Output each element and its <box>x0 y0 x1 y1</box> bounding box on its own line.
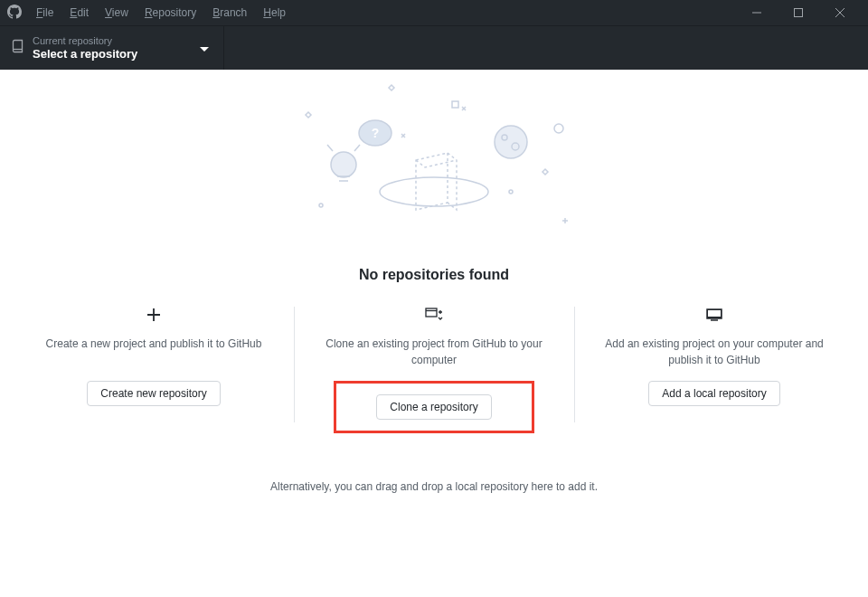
minimize-button[interactable] <box>736 0 778 25</box>
option-create-desc: Create a new project and publish it to G… <box>39 336 269 368</box>
svg-point-14 <box>319 204 323 207</box>
create-repo-button[interactable]: Create new repository <box>87 381 220 406</box>
menu-branch[interactable]: Branch <box>212 6 247 19</box>
window-controls <box>736 0 861 25</box>
svg-rect-16 <box>452 101 458 108</box>
empty-heading: No repositories found <box>0 267 868 283</box>
svg-point-4 <box>380 177 488 206</box>
repo-selector[interactable]: Current repository Select a repository <box>0 26 224 70</box>
options-row: Create a new project and publish it to G… <box>0 305 868 433</box>
repo-selector-value: Select a repository <box>33 47 137 62</box>
menu-view[interactable]: View <box>105 6 128 19</box>
svg-text:?: ? <box>372 126 380 140</box>
chevron-down-icon <box>200 40 209 56</box>
menu-edit[interactable]: Edit <box>70 6 89 19</box>
menu-file[interactable]: File <box>36 6 53 19</box>
clone-icon <box>319 305 549 325</box>
repo-selector-label: Current repository <box>33 35 137 47</box>
svg-point-8 <box>495 126 527 158</box>
svg-point-15 <box>554 124 563 133</box>
option-local-desc: Add an existing project on your computer… <box>599 336 829 368</box>
option-create: Create a new project and publish it to G… <box>14 305 294 433</box>
option-local: Add an existing project on your computer… <box>574 305 854 433</box>
svg-line-7 <box>354 145 360 151</box>
repo-icon <box>11 39 25 57</box>
maximize-button[interactable] <box>778 0 819 25</box>
github-logo-icon <box>7 5 22 22</box>
option-clone-desc: Clone an existing project from GitHub to… <box>319 336 549 368</box>
menu-help[interactable]: Help <box>263 6 286 19</box>
svg-point-13 <box>509 190 513 194</box>
title-bar: File Edit View Repository Branch Help <box>0 0 868 25</box>
svg-point-5 <box>331 152 356 177</box>
menu-repository[interactable]: Repository <box>145 6 196 19</box>
svg-rect-1 <box>795 9 803 17</box>
close-button[interactable] <box>819 0 861 25</box>
clone-highlight: Clone a repository <box>334 381 533 433</box>
alt-instruction: Alternatively, you can drag and drop a l… <box>0 480 868 493</box>
toolbar: Current repository Select a repository <box>0 25 868 70</box>
svg-rect-20 <box>708 310 721 317</box>
clone-repo-button[interactable]: Clone a repository <box>376 394 491 420</box>
svg-rect-17 <box>426 308 437 317</box>
app-menu: File Edit View Repository Branch Help <box>36 6 736 19</box>
option-clone: Clone an existing project from GitHub to… <box>294 305 574 433</box>
main-content: ? No repositories found Create a new pro… <box>0 70 868 597</box>
empty-state-illustration: ? <box>0 70 868 260</box>
add-local-repo-button[interactable]: Add a local repository <box>648 381 779 406</box>
desktop-icon <box>599 305 829 325</box>
plus-icon <box>39 305 269 325</box>
svg-line-6 <box>327 145 333 151</box>
